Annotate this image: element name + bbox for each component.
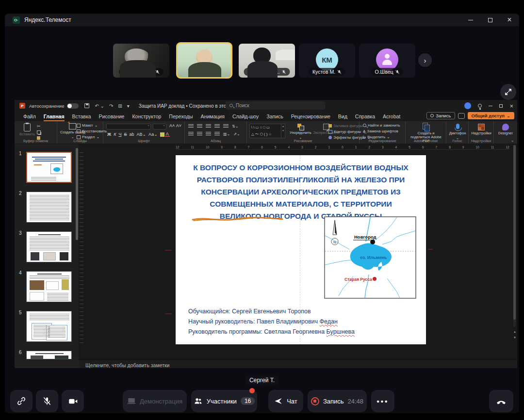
addins-button[interactable]: Надстройки: [472, 124, 491, 135]
ribbon-tab-слайд-шоу[interactable]: Слайд-шоу: [229, 112, 262, 121]
ribbon-tab-анимация[interactable]: Анимация: [197, 112, 229, 121]
ribbon-tab-запись[interactable]: Запись: [262, 112, 287, 121]
ribbon-tab-вставка[interactable]: Вставка: [68, 112, 95, 121]
camera-button[interactable]: [62, 390, 84, 412]
bullets-icon[interactable]: [188, 124, 194, 129]
ribbon-tab-acrobat[interactable]: Acrobat: [379, 112, 404, 121]
share-screen-button[interactable]: Демонстрация: [123, 390, 187, 412]
ppt-minimize-button[interactable]: [489, 106, 492, 106]
thumbnails-scrollbar[interactable]: [76, 148, 78, 240]
chat-button[interactable]: Чат: [268, 390, 303, 412]
recording-button[interactable]: Запись 24:48: [308, 390, 367, 412]
autosave-toggle[interactable]: [67, 103, 79, 109]
customize-qat-icon[interactable]: ▾: [127, 103, 130, 109]
vertical-ruler[interactable]: [80, 152, 83, 346]
orange-squiggle-line[interactable]: [192, 215, 284, 223]
minimize-button[interactable]: [461, 14, 480, 26]
find-replace-button[interactable]: Найти и заменить: [363, 123, 400, 128]
strikethrough-button[interactable]: S: [123, 132, 128, 137]
participant-tile[interactable]: Burshneya S.: [113, 44, 169, 78]
font-color-button[interactable]: А: [165, 132, 170, 137]
horizontal-ruler[interactable]: 1211109876543210123456789101112: [176, 145, 509, 150]
ribbon-tab-файл[interactable]: Файл: [19, 112, 40, 121]
ribbon-tab-рисование[interactable]: Рисование: [95, 112, 129, 121]
slide-credits[interactable]: Обучающийся: Сергей Евгеньевич Торопов Н…: [188, 307, 355, 337]
increase-indent-icon[interactable]: [214, 124, 220, 129]
columns-icon[interactable]: ▥⌄: [223, 132, 230, 136]
close-button[interactable]: ×: [500, 14, 519, 26]
designer-button[interactable]: Designer: [497, 124, 514, 135]
ribbon-tab-главная[interactable]: Главная: [40, 112, 68, 121]
change-case-button[interactable]: Аа⌄: [147, 132, 159, 137]
next-participants-button[interactable]: ›: [418, 53, 432, 67]
more-options-button[interactable]: •••: [371, 390, 394, 412]
decrease-indent-icon[interactable]: [206, 124, 211, 129]
hang-up-button[interactable]: [489, 390, 513, 412]
participant-tile-active[interactable]: Сергей Т.: [176, 42, 232, 79]
search-box[interactable]: Поиск: [226, 101, 325, 110]
justify-icon[interactable]: [214, 132, 220, 136]
align-right-icon[interactable]: [206, 132, 211, 136]
comments-icon[interactable]: [458, 113, 465, 119]
account-avatar[interactable]: [464, 102, 471, 109]
share-button[interactable]: Общий доступ ⌄: [468, 112, 514, 119]
next-slide-icon[interactable]: ▼: [513, 336, 517, 339]
slide-thumbnail-4[interactable]: [26, 271, 72, 302]
maximize-button[interactable]: [480, 14, 500, 26]
slide-scrollbar[interactable]: ▲ ▼: [513, 145, 516, 344]
microphone-button[interactable]: [36, 390, 58, 412]
underline-button[interactable]: Ч: [117, 132, 122, 137]
font-name-combo[interactable]: [106, 124, 151, 129]
participant-tile[interactable]: Айдын Урбу...: [239, 44, 295, 78]
text-direction-icon[interactable]: ⇅⌄: [232, 124, 238, 129]
grow-font-button[interactable]: А˄ А˅: [168, 123, 182, 128]
novgorod-map-image[interactable]: N Новгород оз. Ильмень Старая Русса: [324, 216, 416, 299]
copy-link-button[interactable]: [10, 390, 33, 412]
ribbon-tab-рецензирование[interactable]: Рецензирование: [287, 112, 334, 121]
previous-slide-icon[interactable]: ▲: [513, 330, 517, 333]
italic-button[interactable]: К: [113, 132, 117, 137]
ribbon-tab-конструктор[interactable]: Конструктор: [128, 112, 165, 121]
smartart-icon[interactable]: ⇗⌄: [233, 132, 240, 136]
collapse-ribbon-icon[interactable]: ⌄: [510, 138, 514, 143]
ppt-close-button[interactable]: ×: [509, 102, 513, 110]
save-icon[interactable]: [84, 103, 89, 108]
replace-fonts-button[interactable]: А̲Замена шрифтов: [363, 129, 400, 133]
participants-button[interactable]: Участники 16: [191, 390, 257, 412]
redo-icon[interactable]: ↷: [109, 103, 113, 109]
bold-button[interactable]: Ж: [106, 132, 112, 137]
ribbon-tab-вид[interactable]: Вид: [334, 112, 351, 121]
align-left-icon[interactable]: [188, 132, 194, 136]
participant-tile[interactable]: О.Швец: [359, 44, 415, 78]
undo-icon[interactable]: ↶ ⌄: [95, 103, 104, 109]
font-size-combo[interactable]: [153, 124, 166, 129]
layout-button[interactable]: Макет ⌄: [77, 123, 107, 128]
arrange-button[interactable]: Упорядочить⌄: [290, 124, 311, 140]
slide-title[interactable]: К ВОПРОСУ О КОРРОЗИОННОМ ВОЗДЕЙСТВИИ ВОД…: [188, 162, 413, 222]
paste-button[interactable]: Вставить: [19, 123, 35, 136]
ribbon-tab-переходы[interactable]: Переходы: [165, 112, 196, 121]
slide-thumbnail-5[interactable]: [26, 311, 72, 342]
slide-thumbnail-6[interactable]: [26, 351, 72, 359]
char-spacing-button[interactable]: АВ⌄: [135, 132, 147, 137]
copy-icon[interactable]: [37, 130, 41, 134]
start-slideshow-icon[interactable]: ⊞: [118, 103, 122, 109]
shapes-gallery[interactable]: \ \ ▭ ○ □ ▭ △ 〜 ⬡ ( ) ☆ ▲▼: [249, 124, 285, 138]
reset-button[interactable]: Восстановить: [77, 129, 107, 133]
slide-thumbnail-2[interactable]: [26, 192, 72, 223]
shapes-gallery-scrollbar[interactable]: ▲▼: [281, 124, 285, 138]
highlight-color-icon[interactable]: [160, 132, 164, 137]
cut-icon[interactable]: ✂: [37, 124, 41, 129]
slide-editing-area[interactable]: К ВОПРОСУ О КОРРОЗИОННОМ ВОЗДЕЙСТВИИ ВОД…: [176, 155, 426, 344]
numbering-icon[interactable]: [197, 124, 202, 129]
ideas-icon[interactable]: [478, 104, 482, 108]
record-presentation-button[interactable]: Запись: [426, 112, 455, 119]
expand-screen-button[interactable]: [500, 84, 516, 100]
text-shadow-button[interactable]: ab: [128, 132, 135, 137]
slide-thumbnail-3[interactable]: [26, 231, 72, 262]
line-spacing-icon[interactable]: [223, 124, 229, 129]
notes-area[interactable]: Щелкните, чтобы добавить заметки: [79, 359, 517, 368]
participant-tile[interactable]: КМ Кустов М.: [299, 44, 355, 78]
ribbon-tab-справка[interactable]: Справка: [351, 112, 379, 121]
slide-thumbnail-1[interactable]: [26, 152, 72, 183]
